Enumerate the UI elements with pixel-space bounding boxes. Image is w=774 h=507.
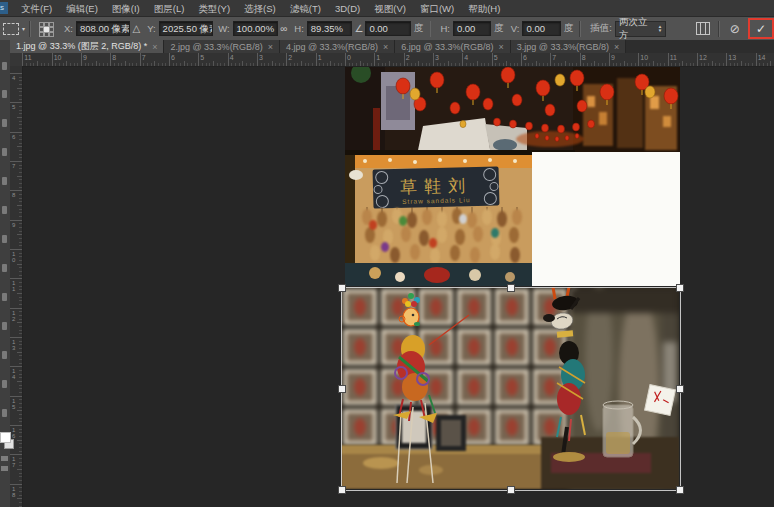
ruler-number: 14	[758, 54, 766, 61]
menu-item[interactable]: 窗口(W)	[413, 1, 461, 16]
width-scale-input[interactable]: 100.00%	[233, 21, 279, 36]
ruler-tick	[19, 271, 22, 272]
menu-item[interactable]: 视图(V)	[367, 1, 413, 16]
menu-item[interactable]: 类型(Y)	[191, 1, 237, 16]
document-tab[interactable]: 1.jpg @ 33.3% (图层 2, RGB/8) *×	[10, 40, 164, 53]
edit-mode-icon[interactable]	[1, 456, 8, 461]
document-tab[interactable]: 6.jpg @ 33.3%(RGB/8)×	[395, 40, 510, 53]
tab-close-icon[interactable]: ×	[614, 42, 619, 52]
x-input[interactable]: 808.00 像素	[76, 21, 131, 36]
horizontal-ruler[interactable]: 111098765432101234567891011121314	[22, 53, 774, 67]
ruler-tick	[712, 61, 713, 66]
tool-icon-fragment[interactable]	[2, 380, 7, 388]
screen-mode-icon[interactable]	[1, 466, 8, 471]
handle-top-center[interactable]	[507, 284, 515, 292]
handle-bottom-right[interactable]	[676, 486, 684, 494]
ruler-number: 1 8	[12, 486, 15, 498]
tab-close-icon[interactable]: ×	[152, 42, 157, 52]
divider	[579, 21, 581, 37]
canvas[interactable]: 草鞋刘 Straw sandals Liu	[22, 66, 774, 507]
handle-bottom-left[interactable]	[338, 486, 346, 494]
document-tab[interactable]: 3.jpg @ 33.3%(RGB/8)×	[511, 40, 626, 53]
ruler-tick	[510, 63, 511, 66]
tab-label: 4.jpg @ 33.3%(RGB/8)	[286, 42, 378, 52]
ruler-tick	[19, 172, 22, 173]
ruler-tick	[19, 502, 22, 503]
ruler-tick	[136, 63, 137, 66]
menu-item[interactable]: 3D(D)	[328, 1, 367, 16]
handle-top-left[interactable]	[338, 284, 346, 292]
v-skew-input[interactable]: 0.00	[522, 21, 560, 36]
handle-bottom-center[interactable]	[507, 486, 515, 494]
ruler-tick	[506, 61, 507, 66]
handle-top-right[interactable]	[676, 284, 684, 292]
tool-icon-fragment[interactable]	[2, 206, 7, 214]
menu-item[interactable]: 选择(S)	[237, 1, 283, 16]
foreground-color-swatch[interactable]	[0, 432, 11, 443]
tool-icon-fragment[interactable]	[2, 351, 7, 359]
ruler-tick	[19, 344, 22, 345]
y-label: Y:	[147, 23, 155, 34]
rotation-input[interactable]: 0.00	[365, 21, 411, 36]
menu-item[interactable]: 滤镜(T)	[283, 1, 328, 16]
ruler-number: 2	[288, 54, 292, 61]
width-label: W:	[218, 23, 229, 34]
h-skew-input[interactable]: 0.00	[453, 21, 491, 36]
ruler-tick	[19, 201, 22, 202]
photo-lantern-street	[345, 66, 680, 155]
handle-middle-left[interactable]	[338, 385, 346, 393]
maintain-aspect-link-icon[interactable]: ∞	[280, 23, 287, 34]
y-input[interactable]: 2025.50 像素	[159, 21, 214, 36]
tool-icon-fragment[interactable]	[2, 235, 7, 243]
ruler-tick	[312, 63, 313, 66]
tool-icon-fragment[interactable]	[2, 90, 7, 98]
menu-item[interactable]: 文件(F)	[14, 1, 59, 16]
tab-close-icon[interactable]: ×	[383, 42, 388, 52]
tool-icon-fragment[interactable]	[2, 264, 7, 272]
warp-mode-toggle-icon[interactable]	[696, 22, 710, 35]
ruler-tick	[195, 63, 196, 66]
menu-item[interactable]: 图像(I)	[105, 1, 147, 16]
document-tab[interactable]: 2.jpg @ 33.3%(RGB/8)×	[164, 40, 279, 53]
cancel-transform-button[interactable]: ⊘	[730, 22, 740, 36]
ruler-tick	[19, 275, 22, 276]
ruler-number: 4	[12, 75, 15, 81]
document-tab[interactable]: 4.jpg @ 33.3%(RGB/8)×	[280, 40, 395, 53]
ruler-tick	[19, 84, 22, 85]
ruler-tick	[576, 63, 577, 66]
ruler-tick	[19, 231, 22, 232]
ruler-tick	[19, 91, 22, 92]
handle-middle-right[interactable]	[676, 385, 684, 393]
reference-point-locator[interactable]	[39, 22, 53, 36]
menu-item[interactable]: 图层(L)	[147, 1, 192, 16]
ruler-tick	[371, 63, 372, 66]
tool-icon-fragment[interactable]	[2, 322, 7, 330]
ruler-tick	[19, 388, 22, 389]
commit-transform-button[interactable]: ✓	[756, 22, 766, 36]
tool-icon-fragment[interactable]	[2, 409, 7, 417]
height-scale-input[interactable]: 89.35%	[307, 21, 353, 36]
ruler-tick	[250, 63, 251, 66]
height-label: H:	[294, 23, 304, 34]
menu-item[interactable]: 帮助(H)	[461, 1, 507, 16]
tab-close-icon[interactable]: ×	[499, 42, 504, 52]
tool-preset-picker[interactable]: ▾	[3, 23, 25, 35]
ruler-tick	[10, 73, 22, 74]
tool-icon-fragment[interactable]	[2, 177, 7, 185]
tool-icon-fragment[interactable]	[2, 148, 7, 156]
ruler-tick	[462, 53, 463, 66]
tab-close-icon[interactable]: ×	[268, 42, 273, 52]
ruler-tick	[202, 63, 203, 66]
ruler-tick	[81, 53, 82, 66]
tool-icon-fragment[interactable]	[2, 293, 7, 301]
relative-position-icon[interactable]: △	[132, 23, 140, 34]
transform-bounding-box[interactable]	[341, 287, 681, 491]
ruler-tick	[19, 363, 22, 364]
tool-icon-fragment[interactable]	[2, 62, 7, 70]
tool-icon-fragment[interactable]	[2, 119, 7, 127]
menu-item[interactable]: 编辑(E)	[59, 1, 105, 16]
ruler-number: 3	[259, 54, 263, 61]
ruler-tick	[301, 61, 302, 66]
ruler-number: 8	[12, 192, 15, 198]
interpolation-select[interactable]: 两次立方 ▲▼	[615, 21, 666, 37]
